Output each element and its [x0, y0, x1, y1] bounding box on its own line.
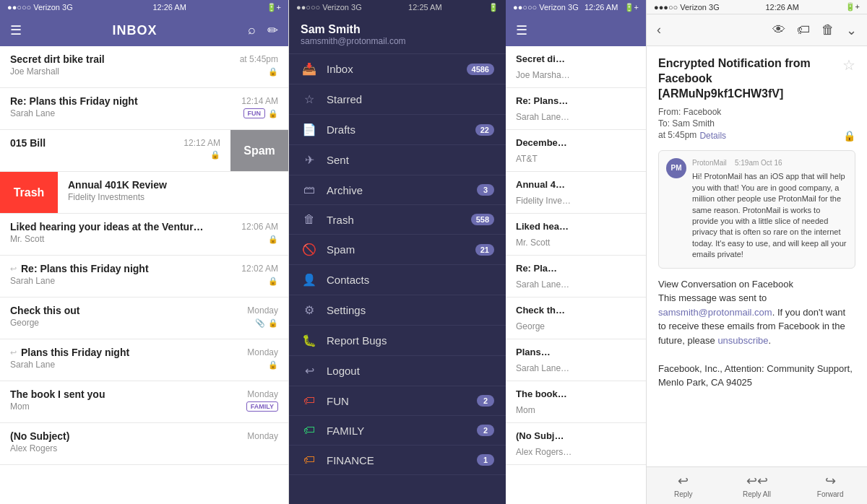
- trash-icon[interactable]: 🗑: [821, 22, 834, 38]
- email-item[interactable]: Secret di… Joe Marsha…: [506, 46, 646, 88]
- detail-header: ‹ 👁 🏷 🗑 ⌄: [647, 14, 867, 46]
- email-sender: Fidelity Investments: [68, 192, 144, 202]
- starred-icon: ☆: [301, 92, 318, 106]
- menu-label: Logout: [327, 365, 494, 377]
- user-name: Sam Smith: [301, 23, 494, 36]
- email-subject: Annual 4…: [516, 179, 630, 196]
- sidebar-item-contacts[interactable]: 👤 Contacts: [289, 265, 506, 295]
- email-item-swipe[interactable]: 015 Bill 12:12 AM 🔒 Spam: [0, 130, 288, 172]
- trash-badge: 558: [471, 214, 494, 225]
- search-icon[interactable]: ⌕: [248, 22, 256, 38]
- email-item[interactable]: (No Subject) Monday Alex Rogers: [0, 423, 288, 465]
- email-item[interactable]: Secret dirt bike trail at 5:45pm Joe Mar…: [0, 46, 288, 88]
- email-link[interactable]: samsmith@protonmail.com: [658, 307, 772, 318]
- detail-header-actions: 👁 🏷 🗑 ⌄: [772, 22, 857, 38]
- email-sender: Mom: [10, 401, 30, 412]
- finance-badge: 1: [477, 454, 494, 466]
- email-subject: Secret di…: [516, 53, 630, 70]
- sidebar-item-spam[interactable]: 🚫 Spam 21: [289, 235, 506, 265]
- menu-label: Contacts: [327, 274, 494, 286]
- pm-card-header: ProtonMail 5:19am Oct 16: [692, 158, 847, 168]
- email-sender: Sarah Lane: [10, 276, 55, 286]
- email-item[interactable]: Decembe… AT&T: [506, 130, 646, 172]
- logout-icon: ↩: [301, 364, 318, 378]
- family-badge: 2: [477, 425, 494, 436]
- email-subject: Secret dirt bike trail: [10, 53, 234, 65]
- email-subject: Re: Pla…: [516, 263, 630, 279]
- eye-off-icon[interactable]: 👁: [772, 22, 785, 38]
- menu-icon[interactable]: ☰: [10, 22, 22, 38]
- menu-label: Spam: [327, 243, 475, 256]
- sidebar-item-drafts[interactable]: 📄 Drafts 22: [289, 115, 506, 145]
- family-label-icon: 🏷: [301, 424, 318, 437]
- sidebar-item-finance[interactable]: 🏷 FINANCE 1: [289, 446, 506, 475]
- sent-icon: ✈: [301, 153, 318, 167]
- sidebar-item-logout[interactable]: ↩ Logout: [289, 356, 506, 386]
- sidebar-item-family[interactable]: 🏷 FAMILY 2: [289, 416, 506, 446]
- email-item[interactable]: Check this out Monday George 📎 🔒: [0, 297, 288, 339]
- email-item[interactable]: (No Subj… Alex Rogers…: [506, 423, 646, 465]
- reply-button[interactable]: ↩ Reply: [647, 467, 720, 504]
- email-sender: Alex Rogers: [10, 443, 57, 453]
- email-item[interactable]: The book I sent you Monday Mom FAMILY: [0, 381, 288, 423]
- page-title: INBOX: [112, 23, 157, 38]
- email-item[interactable]: Check th… George: [506, 297, 646, 339]
- sidebar-item-bugs[interactable]: 🐛 Report Bugs: [289, 326, 506, 356]
- signal-carrier: ●●○○○ Verizon 3G: [7, 3, 73, 12]
- email-item[interactable]: Liked hearing your ideas at the Ventur… …: [0, 214, 288, 256]
- details-link[interactable]: Details: [699, 131, 726, 141]
- email-item[interactable]: ↩ Plans this Friday night Monday Sarah L…: [0, 339, 288, 381]
- email-subject: Plans…: [516, 347, 630, 363]
- email-sender: Sarah Lane: [10, 360, 55, 370]
- edit-icon[interactable]: ✏: [267, 22, 278, 38]
- chevron-down-icon[interactable]: ⌄: [846, 22, 857, 38]
- back-icon[interactable]: ‹: [657, 22, 661, 38]
- sidebar-item-fun[interactable]: 🏷 FUN 2: [289, 386, 506, 416]
- email-time: Monday: [247, 389, 278, 399]
- email-subject: 015 Bill: [10, 137, 178, 149]
- lock-icon: 🔒: [268, 67, 278, 77]
- email-sender: Sarah Lane…: [516, 279, 636, 290]
- email-item-trash[interactable]: Trash Annual 401K Review Fidelity Invest…: [0, 172, 288, 214]
- sidebar-item-starred[interactable]: ☆ Starred: [289, 84, 506, 115]
- sidebar-item-archive[interactable]: 🗃 Archive 3: [289, 175, 506, 205]
- email-subject: Check this out: [10, 305, 241, 316]
- spam-action-button[interactable]: Spam: [230, 130, 288, 171]
- signal-2: ●●○○○ Verizon 3G: [296, 3, 362, 12]
- label-icon[interactable]: 🏷: [797, 22, 810, 38]
- reply-label: Reply: [674, 490, 693, 498]
- email-time: at 5:45pm: [658, 130, 696, 140]
- email-item[interactable]: Plans… Sarah Lane…: [506, 339, 646, 381]
- signal-3: ●●○○○ Verizon 3G: [513, 3, 579, 12]
- unsubscribe-link[interactable]: unsubscribe: [717, 335, 768, 346]
- email-item[interactable]: Liked hea… Mr. Scott: [506, 214, 646, 256]
- drafts-icon: 📄: [301, 123, 318, 136]
- reply-all-button[interactable]: ↩↩ Reply All: [720, 467, 794, 504]
- menu-icon-2[interactable]: ☰: [516, 22, 527, 38]
- email-sender: Joe Marshall: [10, 66, 59, 77]
- email-time: Monday: [247, 431, 278, 441]
- pm-timestamp: 5:19am Oct 16: [735, 159, 782, 167]
- sidebar-item-inbox[interactable]: 📥 Inbox 4586: [289, 54, 506, 84]
- email-subject: Annual 401K Review: [68, 179, 272, 191]
- sidebar-item-trash[interactable]: 🗑 Trash 558: [289, 205, 506, 235]
- menu-label: Drafts: [327, 123, 475, 136]
- lock-icon: 🔒: [268, 318, 278, 328]
- email-item[interactable]: ↩ Re: Plans this Friday night 12:02 AM S…: [0, 256, 288, 297]
- settings-icon: ⚙: [301, 303, 318, 317]
- email-content: Annual 401K Review Fidelity Investments: [58, 172, 288, 213]
- email-item[interactable]: The book… Mom: [506, 381, 646, 423]
- email-item[interactable]: Annual 4… Fidelity Inve…: [506, 172, 646, 214]
- menu-label: FINANCE: [327, 454, 477, 466]
- email-item[interactable]: Re: Plans this Friday night 12:14 AM Sar…: [0, 88, 288, 130]
- sidebar-item-settings[interactable]: ⚙ Settings: [289, 295, 506, 326]
- email-item[interactable]: Re: Pla… Sarah Lane…: [506, 256, 646, 297]
- star-icon[interactable]: ☆: [842, 56, 855, 74]
- trash-action-button[interactable]: Trash: [0, 172, 58, 213]
- attachment-icon: 📎: [255, 318, 265, 328]
- bugs-icon: 🐛: [301, 334, 318, 347]
- inbox-badge: 4586: [467, 64, 494, 75]
- sidebar-item-sent[interactable]: ✈ Sent: [289, 145, 506, 175]
- forward-button[interactable]: ↪ Forward: [793, 467, 867, 504]
- email-item[interactable]: Re: Plans… Sarah Lane…: [506, 88, 646, 130]
